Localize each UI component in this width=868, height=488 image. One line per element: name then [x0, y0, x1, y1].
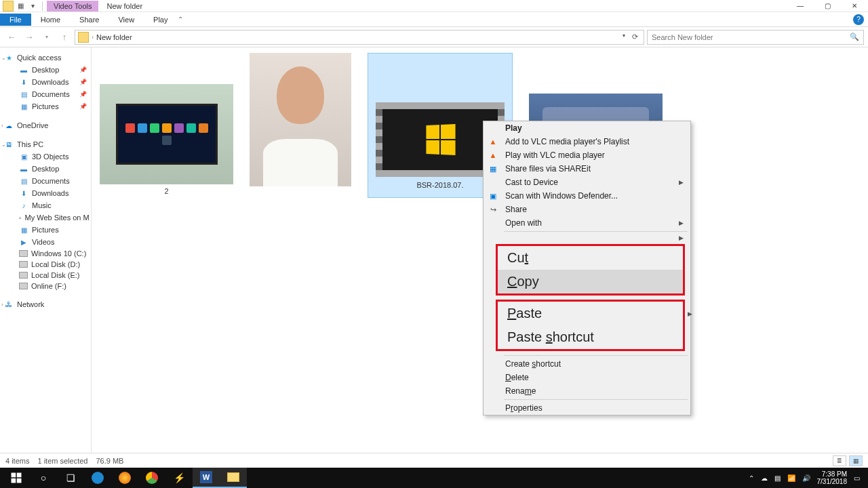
- ctx-row-hidden[interactable]: ▶: [484, 233, 690, 243]
- search-input[interactable]: [652, 33, 850, 41]
- ctx-play-vlc[interactable]: ▲Play with VLC media player: [484, 148, 690, 162]
- video-tools-tab[interactable]: Video Tools: [47, 1, 98, 12]
- close-button[interactable]: ✕: [841, 0, 868, 12]
- label: Copy: [507, 274, 539, 289]
- ctx-play[interactable]: Play: [484, 121, 690, 135]
- home-tab[interactable]: Home: [31, 14, 70, 26]
- view-thumbnails-button[interactable]: ▦: [849, 455, 863, 466]
- address-box[interactable]: › New folder ▾ ⟳: [75, 30, 644, 45]
- winamp-button[interactable]: ⚡: [165, 468, 193, 488]
- up-button[interactable]: ↑: [57, 30, 72, 45]
- taskview-button[interactable]: ❏: [57, 468, 84, 488]
- address-dropdown-icon[interactable]: ▾: [620, 33, 628, 41]
- ctx-properties[interactable]: Properties: [484, 401, 690, 415]
- view-tab[interactable]: View: [108, 14, 144, 26]
- clock[interactable]: 7:38 PM 7/31/2018: [817, 470, 848, 485]
- file-item-portrait[interactable]: [250, 53, 351, 186]
- sidebar-mywebsites[interactable]: ▫My Web Sites on M: [0, 211, 91, 224]
- sidebar-windows-c[interactable]: Windows 10 (C:): [0, 248, 91, 259]
- sidebar-local-d[interactable]: Local Disk (D:): [0, 259, 91, 270]
- ctx-paste-shortcut[interactable]: Paste shortcut: [498, 325, 683, 349]
- sidebar-desktop[interactable]: ▬Desktop📌: [0, 64, 91, 76]
- ctx-rename[interactable]: Rename: [484, 384, 690, 398]
- label: Quick access: [17, 54, 61, 62]
- forward-button[interactable]: →: [22, 30, 37, 45]
- back-button[interactable]: ←: [4, 30, 19, 45]
- ribbon-collapse-icon[interactable]: ⌃: [178, 16, 183, 23]
- ctx-create-shortcut[interactable]: Create shortcut: [484, 357, 690, 371]
- share-tab[interactable]: Share: [70, 14, 108, 26]
- edge-button[interactable]: [84, 468, 111, 488]
- sidebar-downloads[interactable]: ⬇Downloads📌: [0, 76, 91, 88]
- sidebar-local-e[interactable]: Local Disk (E:): [0, 270, 91, 281]
- sidebar-quick-access[interactable]: ⌄★Quick access: [0, 52, 91, 64]
- explorer-button[interactable]: [220, 468, 247, 488]
- sidebar-documents2[interactable]: ▤Documents: [0, 175, 91, 187]
- ctx-cut[interactable]: Cut: [498, 246, 683, 270]
- sidebar-3d-objects[interactable]: ▣3D Objects: [0, 150, 91, 163]
- sidebar-this-pc[interactable]: ⌄🖥This PC: [0, 138, 91, 150]
- label: Music: [32, 201, 52, 209]
- notifications-icon[interactable]: ▭: [854, 474, 860, 482]
- sidebar-downloads2[interactable]: ⬇Downloads: [0, 187, 91, 199]
- history-dropdown[interactable]: ▾: [39, 30, 54, 45]
- chrome-button[interactable]: [138, 468, 165, 488]
- word-button[interactable]: W: [193, 468, 220, 488]
- sidebar-pictures2[interactable]: ▦Pictures: [0, 224, 91, 236]
- tray-input-icon[interactable]: ▤: [774, 474, 781, 482]
- folder-icon: [78, 32, 89, 43]
- ctx-defender[interactable]: ▣Scan with Windows Defender...: [484, 189, 690, 203]
- sidebar-pictures[interactable]: ▦Pictures📌: [0, 100, 91, 113]
- refresh-icon[interactable]: ⟳: [629, 33, 641, 41]
- help-icon[interactable]: ?: [853, 14, 864, 25]
- start-button[interactable]: [3, 468, 30, 488]
- file-tab[interactable]: File: [0, 14, 31, 26]
- qat-properties-icon[interactable]: ▦: [15, 1, 26, 12]
- ctx-add-vlc[interactable]: ▲Add to VLC media player's Playlist: [484, 135, 690, 148]
- address-path: New folder: [96, 33, 132, 41]
- minimize-button[interactable]: —: [787, 0, 814, 12]
- ctx-shareit[interactable]: ▦Share files via SHAREit: [484, 162, 690, 176]
- separator: [504, 399, 688, 400]
- label: Desktop: [32, 66, 59, 74]
- firefox-button[interactable]: [111, 468, 138, 488]
- cortana-button[interactable]: ○: [30, 468, 57, 488]
- view-details-button[interactable]: ≣: [833, 455, 846, 466]
- status-bar: 4 items 1 item selected 76.9 MB ≣ ▦: [0, 453, 868, 468]
- sidebar-desktop2[interactable]: ▬Desktop: [0, 163, 91, 175]
- label: Share: [505, 205, 527, 214]
- label: Paste shortcut: [507, 329, 594, 345]
- file-item-image-2[interactable]: 2: [100, 84, 233, 195]
- ctx-copy[interactable]: Copy: [498, 270, 683, 293]
- ctx-paste[interactable]: Paste▶: [498, 302, 683, 325]
- sidebar-videos[interactable]: ▶Videos: [0, 236, 91, 248]
- tray-onedrive-icon[interactable]: ☁: [761, 474, 768, 482]
- tray-volume-icon[interactable]: 🔊: [802, 474, 810, 482]
- search-icon: 🔍: [850, 33, 859, 41]
- label: Local Disk (E:): [31, 271, 80, 279]
- sidebar-documents[interactable]: ▤Documents📌: [0, 88, 91, 100]
- label: Add to VLC media player's Playlist: [505, 137, 629, 146]
- label: Play with VLC media player: [505, 150, 605, 160]
- play-tab[interactable]: Play: [144, 14, 177, 26]
- sidebar-online-f[interactable]: Online (F:): [0, 281, 91, 291]
- search-box[interactable]: 🔍: [647, 30, 864, 45]
- share-icon: ↪: [488, 204, 498, 215]
- label: Rename: [505, 386, 536, 396]
- tray-up-icon[interactable]: ⌃: [749, 474, 754, 482]
- ctx-open-with[interactable]: Open with▶: [484, 216, 690, 230]
- sidebar-music[interactable]: ♪Music: [0, 199, 91, 211]
- sidebar-network[interactable]: ›🖧Network: [0, 298, 91, 310]
- tray-network-icon[interactable]: 📶: [787, 474, 795, 482]
- label: Windows 10 (C:): [31, 249, 86, 258]
- chevron-right-icon: ▶: [679, 220, 684, 226]
- qat-new-icon[interactable]: ▾: [27, 1, 38, 12]
- maximize-button[interactable]: ▢: [814, 0, 841, 12]
- content-area[interactable]: 2 BSR-2018.07.: [92, 47, 868, 453]
- sidebar-onedrive[interactable]: ›☁OneDrive: [0, 119, 91, 131]
- titlebar: ▦ ▾ Video Tools New folder — ▢ ✕: [0, 0, 868, 12]
- status-selected: 1 item selected: [37, 457, 87, 465]
- ctx-cast[interactable]: Cast to Device▶: [484, 176, 690, 189]
- ctx-share[interactable]: ↪Share: [484, 203, 690, 216]
- ctx-delete[interactable]: Delete: [484, 371, 690, 384]
